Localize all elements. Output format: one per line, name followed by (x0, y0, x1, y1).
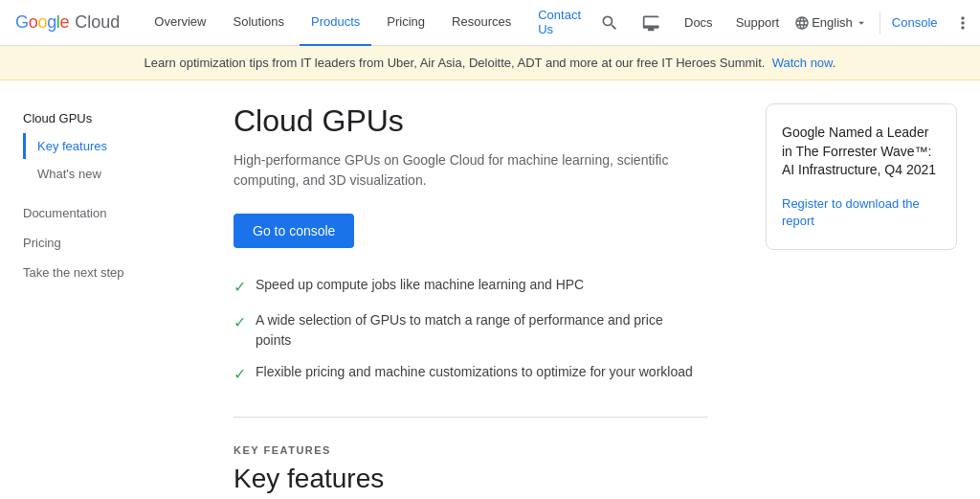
nav-solutions[interactable]: Solutions (222, 0, 296, 46)
feature-text-1: Speed up compute jobs like machine learn… (256, 275, 584, 295)
page-title: Cloud GPUs (234, 103, 708, 139)
check-icon-2: ✓ (234, 311, 246, 334)
banner-link[interactable]: Watch now (772, 56, 833, 70)
sidebar-section-cloud-gpus: Cloud GPUs Key features What's new (23, 111, 195, 187)
nav-right-actions: Docs Support English Console (592, 6, 980, 40)
sidebar-item-whats-new[interactable]: What's new (23, 161, 195, 187)
feature-list-item: ✓ A wide selection of GPUs to match a ra… (234, 310, 693, 351)
screen-button[interactable] (635, 6, 669, 40)
feature-text-2: A wide selection of GPUs to match a rang… (256, 310, 693, 351)
logo-cloud-text: Cloud (75, 12, 120, 33)
page-subtitle: High-performance GPUs on Google Cloud fo… (234, 150, 708, 191)
sidebar: Cloud GPUs Key features What's new Docum… (23, 103, 195, 499)
card-title: Google Named a Leader in The Forrester W… (782, 124, 941, 180)
key-features-label: KEY FEATURES (234, 444, 708, 456)
sidebar-link-documentation[interactable]: Documentation (23, 202, 195, 224)
sidebar-link-next-step[interactable]: Take the next step (23, 261, 195, 284)
nav-items: Overview Solutions Products Pricing Reso… (143, 0, 592, 46)
nav-resources[interactable]: Resources (440, 0, 523, 46)
chevron-down-icon (855, 16, 868, 30)
nav-divider (880, 11, 880, 34)
side-card: Google Named a Leader in The Forrester W… (766, 103, 957, 499)
console-button[interactable]: Console (892, 15, 938, 30)
nav-pricing[interactable]: Pricing (375, 0, 436, 46)
card-box: Google Named a Leader in The Forrester W… (766, 103, 957, 250)
card-link[interactable]: Register to download the report (782, 196, 920, 228)
go-to-console-button[interactable]: Go to console (234, 214, 354, 248)
nav-products[interactable]: Products (300, 0, 371, 46)
check-icon-1: ✓ (234, 276, 246, 299)
language-label: English (812, 15, 853, 30)
search-button[interactable] (592, 6, 627, 40)
feature-text-3: Flexible pricing and machine customizati… (256, 362, 693, 382)
banner-period: . (833, 56, 836, 70)
sidebar-section-title: Cloud GPUs (23, 111, 195, 125)
search-icon (600, 13, 619, 33)
nav-overview[interactable]: Overview (143, 0, 217, 46)
page-layout: Cloud GPUs Key features What's new Docum… (0, 80, 980, 499)
announcement-banner: Learn optimization tips from IT leaders … (0, 46, 980, 80)
section-divider (234, 417, 708, 418)
feature-list-item: ✓ Flexible pricing and machine customiza… (234, 362, 693, 386)
feature-list: ✓ Speed up compute jobs like machine lea… (234, 275, 708, 386)
screen-icon (642, 13, 661, 33)
sidebar-item-key-features[interactable]: Key features (23, 133, 195, 159)
feature-list-item: ✓ Speed up compute jobs like machine lea… (234, 275, 693, 299)
nav-contact[interactable]: Contact Us (526, 0, 592, 46)
sidebar-link-pricing[interactable]: Pricing (23, 232, 195, 254)
support-link[interactable]: Support (728, 15, 788, 30)
language-selector[interactable]: English (794, 15, 868, 31)
key-features-title: Key features (234, 464, 708, 494)
docs-link[interactable]: Docs (677, 15, 721, 30)
more-button[interactable] (946, 6, 980, 40)
logo[interactable]: Google Cloud (15, 12, 120, 33)
top-navigation: Google Cloud Overview Solutions Products… (0, 0, 980, 46)
main-content: Cloud GPUs High-performance GPUs on Goog… (195, 103, 746, 499)
check-icon-3: ✓ (234, 363, 246, 386)
banner-text: Learn optimization tips from IT leaders … (145, 56, 766, 70)
globe-icon (794, 15, 810, 31)
more-icon (953, 13, 972, 33)
